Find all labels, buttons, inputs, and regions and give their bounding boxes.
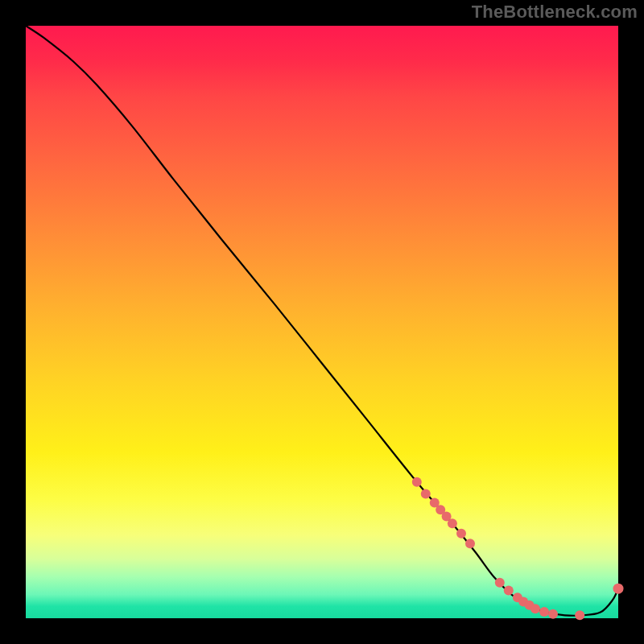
data-marker: [412, 477, 422, 487]
data-marker: [421, 489, 431, 498]
data-marker: [613, 584, 624, 594]
chart-frame: TheBottleneck.com: [0, 0, 644, 644]
data-marker: [456, 529, 466, 539]
data-marker: [539, 607, 549, 617]
bottleneck-curve: [26, 26, 618, 616]
data-marker: [548, 609, 558, 619]
data-marker: [465, 539, 475, 548]
watermark-text: TheBottleneck.com: [472, 2, 638, 23]
data-marker: [448, 518, 457, 528]
curve-layer: [26, 26, 618, 618]
data-marker: [495, 578, 505, 588]
data-marker: [504, 585, 514, 595]
data-marker: [530, 604, 540, 613]
plot-area: [26, 26, 618, 618]
marker-layer: [412, 477, 624, 621]
data-marker: [575, 610, 584, 620]
